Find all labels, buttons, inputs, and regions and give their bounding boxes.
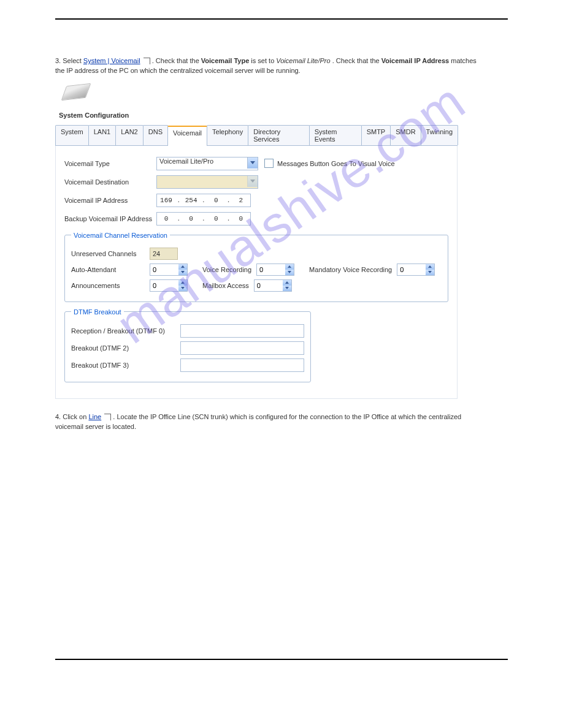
spin-down-icon[interactable]: [178, 270, 187, 275]
announcements-label: Announcements: [71, 282, 145, 289]
bip-b[interactable]: 0: [182, 214, 201, 224]
popup-icon: [104, 414, 111, 420]
backup-ip-input[interactable]: 0. 0. 0. 0: [156, 212, 251, 226]
vm-ip-label: Voicemail IP Address: [64, 197, 156, 204]
system-config-label: System Configuration: [59, 112, 129, 119]
spin-up-icon[interactable]: [426, 264, 434, 270]
tab-smdr[interactable]: SMDR: [390, 125, 421, 145]
dtmf0-input[interactable]: [180, 324, 304, 338]
tab-directory[interactable]: Directory Services: [248, 125, 310, 145]
t2: is set to: [251, 57, 276, 64]
spin-up-icon[interactable]: [285, 264, 294, 270]
messages-visual-checkbox[interactable]: [264, 159, 274, 168]
dtmf2-input[interactable]: [180, 341, 304, 355]
spin-down-icon[interactable]: [283, 286, 291, 291]
channel-reservation-group: Voicemail Channel Reservation Unreserved…: [64, 232, 448, 302]
mailbox-label: Mailbox Access: [202, 282, 249, 289]
bip-c[interactable]: 0: [207, 214, 225, 224]
step4-link[interactable]: Line: [88, 413, 101, 420]
tab-dns[interactable]: DNS: [143, 125, 168, 145]
t3b: Voicemail IP Address: [381, 57, 449, 64]
unreserved-value: 24: [150, 248, 178, 260]
step-3-text: 3. Select System | Voicemail . Check tha…: [55, 56, 484, 76]
ip-a[interactable]: 169: [157, 195, 175, 205]
tab-events[interactable]: System Events: [309, 125, 362, 145]
tab-lan2[interactable]: LAN2: [115, 125, 144, 145]
tab-twinning[interactable]: Twinning: [421, 125, 458, 145]
vm-ip-input[interactable]: 169. 254. 0. 2: [156, 194, 251, 207]
vm-type-label: Voicemail Type: [64, 160, 156, 167]
dtmf2-label: Breakout (DTMF 2): [71, 344, 175, 352]
spin-up-icon[interactable]: [283, 280, 291, 286]
vm-dest-combo: [156, 175, 258, 189]
dtmf3-input[interactable]: [180, 358, 304, 372]
step3-prefix: 3. Select: [55, 57, 83, 64]
tab-voicemail[interactable]: Voicemail: [167, 126, 207, 146]
spin-up-icon[interactable]: [178, 264, 187, 270]
channel-reservation-legend: Voicemail Channel Reservation: [71, 232, 170, 239]
dtmf0-label: Reception / Breakout (DTMF 0): [71, 327, 175, 335]
dtmf-breakout-group: DTMF Breakout Reception / Breakout (DTMF…: [64, 308, 311, 382]
dtmf3-label: Breakout (DTMF 3): [71, 362, 175, 369]
vm-type-combo[interactable]: Voicemail Lite/Pro: [156, 157, 258, 170]
mandatory-label: Mandatory Voice Recording: [309, 266, 392, 273]
step4-suffix: . Locate the IP Office Line (SCN trunk) …: [55, 413, 461, 430]
t2em: Voicemail Lite/Pro: [276, 57, 330, 64]
bip-d[interactable]: 0: [232, 214, 250, 224]
tab-row: System LAN1 LAN2 DNS Voicemail Telephony…: [55, 125, 458, 146]
header-rule: [55, 18, 508, 20]
t1b: Voicemail Type: [201, 57, 249, 64]
spin-up-icon[interactable]: [178, 280, 187, 286]
bip-a[interactable]: 0: [157, 214, 175, 224]
dtmf-breakout-legend: DTMF Breakout: [71, 308, 124, 316]
dropdown-icon[interactable]: [247, 157, 258, 169]
t1: . Check that the: [152, 57, 201, 64]
unreserved-label: Unreserved Channels: [71, 250, 145, 257]
ip-b[interactable]: 254: [182, 195, 201, 205]
popup-icon: [144, 58, 150, 64]
step-4-text: 4. Click on Line . Locate the IP Office …: [55, 412, 484, 432]
spin-down-icon[interactable]: [178, 286, 187, 291]
auto-att-label: Auto-Attendant: [71, 266, 145, 273]
vm-dest-label: Voicemail Destination: [64, 178, 156, 186]
spin-down-icon[interactable]: [285, 270, 294, 275]
ip-c[interactable]: 0: [207, 195, 225, 205]
spin-down-icon[interactable]: [426, 270, 434, 275]
tab-system[interactable]: System: [55, 125, 89, 145]
backup-ip-label: Backup Voicemail IP Address: [64, 215, 156, 222]
step3-link[interactable]: System | Voicemail: [83, 57, 140, 64]
footer-rule: [55, 659, 508, 660]
tab-telephony[interactable]: Telephony: [207, 125, 248, 145]
ip-d[interactable]: 2: [232, 195, 250, 205]
messages-visual-label: Messages Button Goes To Visual Voice: [277, 160, 395, 167]
tab-smtp[interactable]: SMTP: [361, 125, 391, 145]
tab-lan1[interactable]: LAN1: [88, 125, 117, 145]
system-icon: [61, 83, 91, 100]
dropdown-icon-disabled: [247, 176, 258, 187]
config-panel: System LAN1 LAN2 DNS Voicemail Telephony…: [55, 125, 458, 399]
step4-prefix: 4. Click on: [55, 413, 88, 420]
voice-rec-label: Voice Recording: [202, 266, 251, 273]
t3: . Check that the: [332, 57, 381, 64]
